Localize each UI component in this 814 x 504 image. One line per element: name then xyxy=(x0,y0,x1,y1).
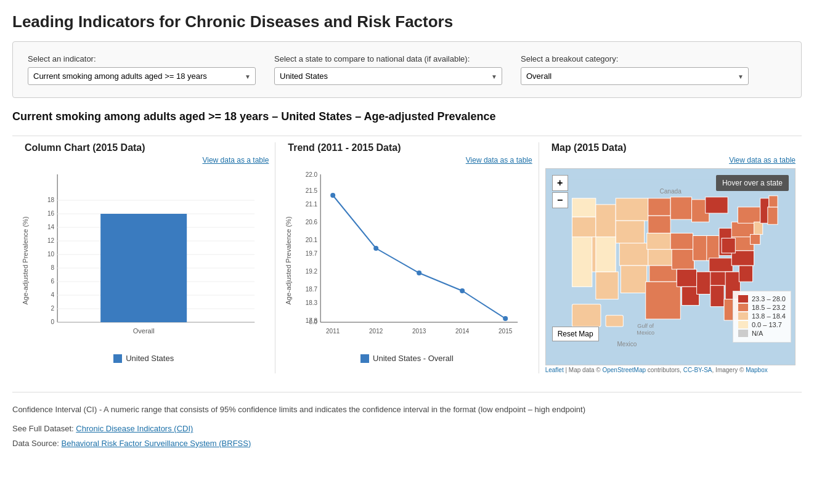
svg-text:12: 12 xyxy=(47,237,55,244)
legend-row-2: 18.5 – 23.2 xyxy=(738,304,786,311)
legend-label-1: 23.3 – 28.0 xyxy=(752,295,786,303)
trend-chart-section: Trend (2011 - 2015 Data) View data as a … xyxy=(275,142,539,373)
svg-text:18.7: 18.7 xyxy=(306,286,318,293)
column-chart-title: Column Chart (2015 Data) xyxy=(18,142,269,153)
svg-text:21.5: 21.5 xyxy=(306,187,318,194)
svg-text:Mexico: Mexico xyxy=(637,330,654,336)
breakout-label: Select a breakout category: xyxy=(521,54,749,63)
svg-text:Age-adjusted Prevalence (%): Age-adjusted Prevalence (%) xyxy=(285,216,292,304)
legend-label-5: N/A xyxy=(752,330,763,337)
page-title: Leading Indicators for Chronic Diseases … xyxy=(12,12,802,31)
map-container: Canada Gulf of Mexico Mexico xyxy=(545,168,796,365)
mapbox-link[interactable]: Mapbox xyxy=(746,367,768,373)
svg-rect-65 xyxy=(670,197,691,219)
trend-chart-view-link[interactable]: View data as a table xyxy=(282,156,532,165)
column-chart-view-link[interactable]: View data as a table xyxy=(18,156,269,165)
svg-rect-48 xyxy=(572,198,595,217)
svg-rect-71 xyxy=(705,197,727,213)
svg-rect-61 xyxy=(646,233,671,249)
source-line: Data Source: Behavioral Risk Factor Surv… xyxy=(12,436,802,450)
svg-rect-86 xyxy=(738,207,760,223)
column-chart-legend: United States xyxy=(18,354,269,363)
svg-rect-92 xyxy=(572,304,600,327)
svg-rect-50 xyxy=(572,237,592,287)
trend-chart-svg: 0.0 17.8 18.3 18.7 19.2 19.7 20.1 20.6 2… xyxy=(282,168,532,347)
svg-text:2: 2 xyxy=(51,305,55,312)
chart-subtitle: Current smoking among adults aged >= 18 … xyxy=(12,110,802,123)
column-legend-label: United States xyxy=(126,354,174,363)
state-filter-group: Select a state to compare to national da… xyxy=(274,54,502,85)
zoom-in-button[interactable]: + xyxy=(552,175,568,191)
svg-rect-78 xyxy=(710,285,724,306)
legend-label-2: 18.5 – 23.2 xyxy=(752,304,786,311)
svg-rect-87 xyxy=(754,222,762,234)
footer: Confidence Interval (CI) - A numeric ran… xyxy=(12,392,802,450)
svg-rect-55 xyxy=(616,221,644,243)
svg-text:21.1: 21.1 xyxy=(306,201,318,208)
zoom-out-button[interactable]: − xyxy=(552,192,568,208)
map-view-link[interactable]: View data as a table xyxy=(545,156,796,165)
filter-panel: Select an indicator: Current smoking amo… xyxy=(12,41,802,98)
column-bar xyxy=(100,214,187,322)
svg-text:Overall: Overall xyxy=(133,327,155,335)
map-title: Map (2015 Data) xyxy=(545,142,796,153)
osm-link[interactable]: OpenStreetMap xyxy=(602,367,646,373)
map-credit: Leaflet | Map data © OpenStreetMap contr… xyxy=(545,367,796,373)
svg-rect-66 xyxy=(670,233,693,249)
svg-rect-54 xyxy=(616,198,648,221)
svg-rect-67 xyxy=(672,250,694,269)
state-label: Select a state to compare to national da… xyxy=(274,54,502,63)
legend-label-3: 13.8 – 18.4 xyxy=(752,312,786,320)
svg-rect-77 xyxy=(696,272,710,294)
trend-chart-legend: United States - Overall xyxy=(282,354,532,363)
legend-color-2 xyxy=(738,304,748,311)
legend-color-4 xyxy=(738,321,748,328)
leaflet-link[interactable]: Leaflet xyxy=(545,367,564,373)
legend-color-3 xyxy=(738,312,748,320)
svg-rect-68 xyxy=(677,269,696,287)
trend-point-2011 xyxy=(330,193,335,198)
cc-by-sa-link[interactable]: CC-BY-SA xyxy=(683,367,712,373)
map-section: Map (2015 Data) View data as a table Can… xyxy=(539,142,802,373)
column-chart-svg: 0 2 4 6 8 10 12 14 16 18 xyxy=(18,168,269,347)
svg-rect-51 xyxy=(596,205,616,237)
svg-rect-73 xyxy=(706,235,718,260)
trend-point-2015 xyxy=(503,316,508,321)
trend-point-2012 xyxy=(373,246,378,251)
state-select[interactable]: United StatesAlabamaAlaskaArizona xyxy=(274,67,502,85)
indicator-filter-group: Select an indicator: Current smoking amo… xyxy=(28,54,256,85)
source-link[interactable]: Behavioral Risk Factor Surveillance Syst… xyxy=(62,439,251,448)
svg-rect-58 xyxy=(596,237,616,272)
svg-rect-90 xyxy=(768,207,778,224)
breakout-select[interactable]: OverallGenderRace/Ethnicity xyxy=(521,67,749,85)
trend-legend-color xyxy=(360,354,369,363)
legend-color-5 xyxy=(738,330,748,337)
legend-row-4: 0.0 – 13.7 xyxy=(738,321,786,328)
source-label: Data Source: xyxy=(12,439,59,448)
map-controls: + − xyxy=(552,175,568,208)
svg-text:14: 14 xyxy=(47,224,55,230)
svg-text:20.1: 20.1 xyxy=(306,237,318,243)
indicator-select[interactable]: Current smoking among adults aged >= 18 … xyxy=(28,67,256,85)
svg-rect-93 xyxy=(606,315,623,327)
trend-legend-label: United States - Overall xyxy=(373,354,454,363)
dataset-link[interactable]: Chronic Disease Indicators (CDI) xyxy=(76,424,193,433)
svg-text:2015: 2015 xyxy=(499,328,513,335)
legend-row-5: N/A xyxy=(738,330,786,337)
svg-rect-91 xyxy=(769,196,778,207)
svg-text:Mexico: Mexico xyxy=(617,341,637,348)
svg-rect-59 xyxy=(648,198,670,216)
svg-rect-60 xyxy=(648,216,670,233)
breakout-filter-group: Select a breakout category: OverallGende… xyxy=(521,54,749,85)
reset-map-button[interactable]: Reset Map xyxy=(552,327,599,341)
column-chart-section: Column Chart (2015 Data) View data as a … xyxy=(12,142,275,373)
svg-rect-72 xyxy=(693,235,707,260)
ci-text: Confidence Interval (CI) - A numeric ran… xyxy=(12,402,802,417)
column-legend-color xyxy=(113,354,122,363)
svg-text:2012: 2012 xyxy=(369,328,383,335)
svg-rect-49 xyxy=(572,217,595,237)
column-chart-area: 0 2 4 6 8 10 12 14 16 18 xyxy=(18,168,269,363)
svg-text:8: 8 xyxy=(51,264,55,271)
svg-text:Age-adjusted Prevalence (%): Age-adjusted Prevalence (%) xyxy=(22,216,29,304)
dataset-line: See Full Dataset: Chronic Disease Indica… xyxy=(12,421,802,436)
